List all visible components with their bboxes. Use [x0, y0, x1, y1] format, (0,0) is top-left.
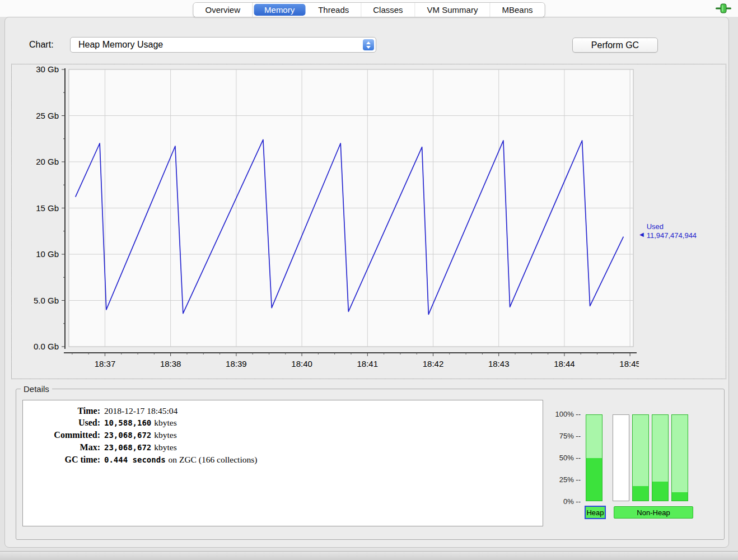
details-row-label: GC time:: [23, 454, 100, 465]
scale-label: 50% --: [559, 454, 581, 461]
svg-text:20 Gb: 20 Gb: [36, 157, 59, 166]
svg-text:18:44: 18:44: [554, 359, 575, 368]
tab-mbeans[interactable]: MBeans: [490, 3, 544, 17]
details-row-label: Used:: [23, 417, 100, 428]
svg-text:5.0 Gb: 5.0 Gb: [34, 296, 59, 305]
bottom-strip: [0, 551, 738, 560]
chart-select[interactable]: Heap Memory Usage: [70, 37, 376, 53]
jconsole-window: OverviewMemoryThreadsClassesVM SummaryMB…: [0, 0, 738, 560]
pool-bar-non-heap-4[interactable]: [671, 414, 688, 501]
memory-pool-bars: [586, 414, 691, 501]
details-row-value: 2018-12-17 18:45:04: [104, 405, 178, 417]
details-row: GC time:0.444 secondson ZGC (166 collect…: [23, 454, 543, 466]
svg-text:18:39: 18:39: [226, 359, 247, 368]
svg-text:25 Gb: 25 Gb: [36, 111, 59, 120]
svg-text:10 Gb: 10 Gb: [36, 249, 59, 259]
tab-vm-summary[interactable]: VM Summary: [415, 3, 491, 17]
scale-label: 25% --: [559, 476, 581, 483]
pool-bar-non-heap-2[interactable]: [632, 414, 649, 501]
annotation-value: 11,947,474,944: [647, 231, 697, 240]
svg-text:18:38: 18:38: [160, 359, 181, 368]
svg-text:18:37: 18:37: [95, 359, 116, 368]
chevron-updown-icon[interactable]: [363, 39, 374, 50]
svg-text:18:45: 18:45: [619, 359, 639, 368]
svg-text:18:43: 18:43: [488, 359, 510, 368]
svg-text:15 Gb: 15 Gb: [36, 203, 59, 213]
annotation-series-label: Used: [647, 222, 697, 231]
tab-memory[interactable]: Memory: [254, 4, 305, 16]
connection-status-icon: [716, 3, 731, 13]
pool-bar-fill: [672, 492, 688, 501]
pool-bar-heap[interactable]: [586, 414, 602, 501]
scale-label: 0% --: [563, 498, 581, 505]
details-row: Time:2018-12-17 18:45:04: [23, 405, 543, 417]
left-arrow-icon: ◀: [639, 231, 644, 240]
pool-bar-non-heap-3[interactable]: [652, 414, 669, 501]
svg-text:0.0 Gb: 0.0 Gb: [34, 342, 59, 351]
tab-overview[interactable]: Overview: [194, 3, 253, 17]
chart-area: 0.0 Gb5.0 Gb10 Gb15 Gb20 Gb25 Gb30 Gb18:…: [11, 64, 726, 379]
details-row-label: Time:: [23, 405, 100, 417]
heap-button[interactable]: Heap: [585, 506, 606, 519]
scale-label: 75% --: [559, 432, 581, 440]
details-row: Used:10,588,160kbytes: [23, 417, 543, 429]
details-row: Committed:23,068,672kbytes: [23, 429, 543, 441]
pool-bar-fill: [586, 458, 602, 501]
details-row-value: 23,068,672: [104, 442, 151, 454]
details-row-suffix: on ZGC (166 collections): [169, 454, 258, 465]
chart-select-value: Heap Memory Usage: [78, 40, 163, 50]
pool-bar-fill: [652, 482, 668, 501]
scale-label: 100% --: [555, 410, 581, 418]
memory-chart-svg: 0.0 Gb5.0 Gb10 Gb15 Gb20 Gb25 Gb30 Gb18:…: [15, 67, 639, 372]
tab-bar: OverviewMemoryThreadsClassesVM SummaryMB…: [193, 2, 545, 17]
details-row-value: 10,588,160: [104, 417, 151, 429]
bars-scale: 100% --75% --50% --25% --0% --: [540, 410, 581, 505]
details-row: Max:23,068,672kbytes: [23, 441, 543, 454]
used-annotation: ◀ Used 11,947,474,944: [639, 222, 697, 240]
svg-text:18:41: 18:41: [357, 359, 379, 368]
tab-classes[interactable]: Classes: [361, 3, 415, 17]
svg-text:18:42: 18:42: [423, 359, 444, 368]
svg-text:30 Gb: 30 Gb: [36, 67, 59, 74]
svg-text:18:40: 18:40: [291, 359, 312, 368]
details-row-suffix: kbytes: [154, 441, 176, 453]
pool-bar-non-heap-1[interactable]: [613, 414, 629, 501]
details-row-suffix: kbytes: [154, 417, 176, 428]
details-text-box: Time:2018-12-17 18:45:04Used:10,588,160k…: [22, 400, 543, 526]
pool-bar-fill: [633, 486, 648, 501]
details-row-value: 23,068,672: [104, 430, 151, 441]
details-row-suffix: kbytes: [154, 429, 176, 441]
details-legend: Details: [21, 384, 52, 394]
tab-threads[interactable]: Threads: [306, 3, 361, 17]
details-row-label: Max:: [23, 441, 100, 453]
details-row-value: 0.444 seconds: [104, 454, 166, 466]
nonheap-button[interactable]: Non-Heap: [614, 506, 693, 519]
details-row-label: Committed:: [23, 429, 100, 441]
chart-select-label: Chart:: [29, 40, 54, 50]
perform-gc-button[interactable]: Perform GC: [572, 38, 658, 53]
